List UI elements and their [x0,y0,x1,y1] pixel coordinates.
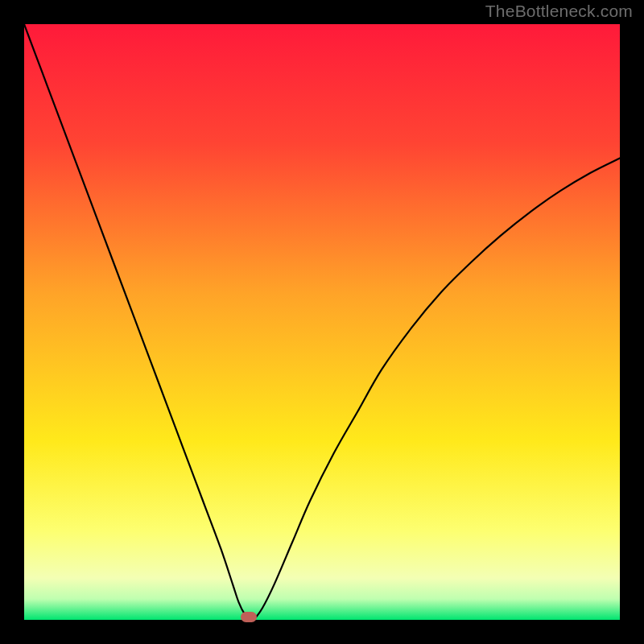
gradient-background [24,24,620,620]
watermark-text: TheBottleneck.com [485,2,633,21]
bottleneck-chart [24,24,620,620]
chart-frame: TheBottleneck.com [0,0,644,644]
optimal-point-marker [241,612,257,622]
